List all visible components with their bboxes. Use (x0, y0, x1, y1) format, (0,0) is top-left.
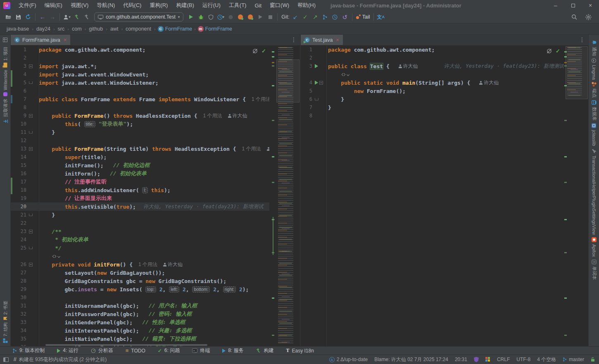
stripe-item-jclasslib[interactable]: jclasslib (589, 123, 599, 146)
minimap-right[interactable] (565, 45, 588, 346)
code-line[interactable]: 5import java.awt.event.WindowListener; (11, 79, 269, 87)
menu-item-9[interactable]: Git (250, 0, 266, 11)
line-number[interactable]: 24 (12, 237, 29, 243)
menu-item-11[interactable]: 帮助(H) (293, 0, 320, 11)
minimap-left[interactable] (276, 45, 300, 346)
line-number[interactable]: 1 (12, 47, 29, 52)
line-number[interactable]: 2 (12, 55, 29, 61)
maximize-button[interactable] (564, 0, 582, 11)
line-number[interactable]: 23 (12, 228, 29, 234)
tool-window-button-build[interactable]: 构建 (256, 347, 273, 354)
ai-suggestion-icon[interactable] (342, 73, 349, 76)
highlighting-off-icon[interactable] (252, 48, 258, 54)
code-line[interactable]: 29 gbc.insets = new Insets( top: 2, left… (11, 285, 269, 293)
menu-item-0[interactable]: 文件(F) (14, 0, 40, 11)
line-number[interactable]: 21 (12, 212, 29, 218)
code-line[interactable]: 19 // 让界面显示出来 (11, 194, 269, 202)
fold-icon[interactable]: − (319, 81, 323, 85)
line-number[interactable]: 1 (302, 47, 315, 52)
breadcrumb-item[interactable]: github (88, 26, 104, 32)
editor-left[interactable]: 1package com.github.awt.component;23−imp… (11, 45, 300, 346)
line-number[interactable]: 20 (12, 204, 29, 209)
profiler-button[interactable]: ▾ (216, 12, 226, 22)
author-hint[interactable]: 许大仙 (163, 261, 183, 268)
menu-item-3[interactable]: 导航(N) (93, 0, 119, 11)
fold-end-icon[interactable] (29, 214, 33, 216)
close-tab-icon[interactable]: × (336, 37, 339, 43)
menu-item-4[interactable]: 代码(C) (119, 0, 145, 11)
line-number[interactable]: 14 (12, 154, 29, 160)
breadcrumb-method[interactable]: mFormFrame (198, 26, 232, 32)
line-number[interactable]: 31 (12, 303, 29, 309)
line-number[interactable]: 30 (12, 295, 29, 300)
code-line[interactable]: 26− private void initForm() {1 个用法许大仙 (11, 260, 269, 269)
line-number[interactable]: 7 (12, 96, 29, 102)
stripe-item-writerside[interactable]: Writerside (0, 70, 11, 96)
tool-window-button-services[interactable]: 8: 服务 (222, 347, 243, 354)
line-number[interactable]: 12 (12, 138, 29, 143)
tab-test-java[interactable]: C Test.java × (301, 35, 343, 45)
status-item-git-branch[interactable]: master (563, 357, 584, 362)
stripe-item-database[interactable]: 数据库 (589, 100, 599, 121)
status-item-clock[interactable]: 20:31 (455, 357, 467, 362)
save-all-button[interactable] (13, 12, 23, 22)
line-number[interactable]: 5 (12, 80, 29, 86)
code-line[interactable]: 15 initFrame(); // 初始化边框 (11, 161, 269, 169)
line-number[interactable]: 19 (12, 195, 29, 201)
fold-icon[interactable]: − (29, 230, 33, 233)
code-line[interactable]: 2 (301, 54, 563, 62)
code-line[interactable]: 25 */ (11, 244, 269, 252)
menu-item-10[interactable]: 窗口(W) (266, 0, 293, 11)
code-line[interactable]: 30 (11, 293, 269, 302)
code-line[interactable]: 14 super(title); (11, 153, 269, 161)
status-item-lock[interactable] (591, 357, 595, 362)
run-disabled-button[interactable] (255, 12, 265, 22)
stripe-item-transactional-helper[interactable]: TransactionalHelperPluginSettingsView (589, 148, 599, 235)
line-number[interactable]: 18 (12, 187, 29, 193)
git-rollback-button[interactable]: ↺ (340, 12, 350, 22)
code-line[interactable]: 11 } (11, 128, 269, 136)
sync-button[interactable] (23, 12, 33, 22)
fold-icon[interactable]: − (29, 263, 33, 266)
code-line[interactable]: 10 this( title: "登录表单"); (11, 120, 269, 128)
code-line[interactable]: 2 (11, 54, 269, 62)
git-commit-button[interactable]: ✓ (300, 12, 310, 22)
error-stripe-left[interactable] (270, 45, 276, 346)
status-item-encoding[interactable]: UTF-8 (516, 357, 530, 362)
fold-icon[interactable]: − (29, 114, 33, 118)
code-line[interactable]: 6 (11, 87, 269, 95)
attach-hammer-button[interactable] (82, 12, 92, 22)
minimize-button[interactable]: – (547, 0, 564, 11)
stripe-item-wordbook[interactable]: A单词本 (589, 259, 599, 280)
code-line[interactable]: 9− public FormFrame() throws HeadlessExc… (11, 112, 269, 120)
line-number[interactable]: 33 (12, 319, 29, 325)
author-hint[interactable]: 许大仙 (228, 112, 247, 119)
close-tab-icon[interactable]: × (64, 37, 67, 43)
line-number[interactable]: 13 (12, 146, 29, 152)
line-number[interactable]: 4 (302, 80, 315, 86)
line-number[interactable]: 25 (12, 245, 29, 251)
line-number[interactable]: 11 (12, 129, 29, 135)
rerun-failed-tests-button[interactable] (235, 12, 245, 22)
forward-button[interactable]: → (48, 12, 57, 22)
stripe-item-bookmarks[interactable]: 2: 书签 (0, 300, 11, 320)
code-line[interactable]: 1package com.github.awt.component; (301, 45, 563, 54)
code-line[interactable]: 13− public FormFrame(String title) throw… (11, 145, 269, 153)
stripe-item-apifox[interactable]: Apifox (589, 237, 599, 257)
line-number[interactable]: 29 (12, 286, 29, 292)
code-line[interactable]: 33 initGenderPanel(gbc); // 性别: 单选框 (11, 318, 269, 326)
git-push-button[interactable]: ↗ (310, 12, 320, 22)
fold-end-icon[interactable] (29, 131, 33, 133)
code-line[interactable]: 3−import java.awt.*; (11, 62, 269, 70)
code-line[interactable]: 8 (301, 112, 563, 120)
stripe-item-notifications[interactable]: 通知 (589, 40, 599, 56)
author-hint[interactable]: 许大仙 (399, 63, 418, 70)
breadcrumb-item[interactable]: com (71, 26, 83, 32)
tool-window-button-run[interactable]: 4: 运行 (57, 347, 78, 354)
line-number[interactable]: 5 (302, 88, 315, 94)
usages-hint[interactable]: 1 个用法 (138, 261, 157, 268)
author-hint[interactable]: 许大仙 (479, 79, 499, 86)
tool-window-button-easy-i18n[interactable]: TEasy I18n (286, 347, 314, 354)
close-button[interactable]: × (582, 0, 599, 11)
breadcrumb-item[interactable]: component (125, 26, 152, 32)
